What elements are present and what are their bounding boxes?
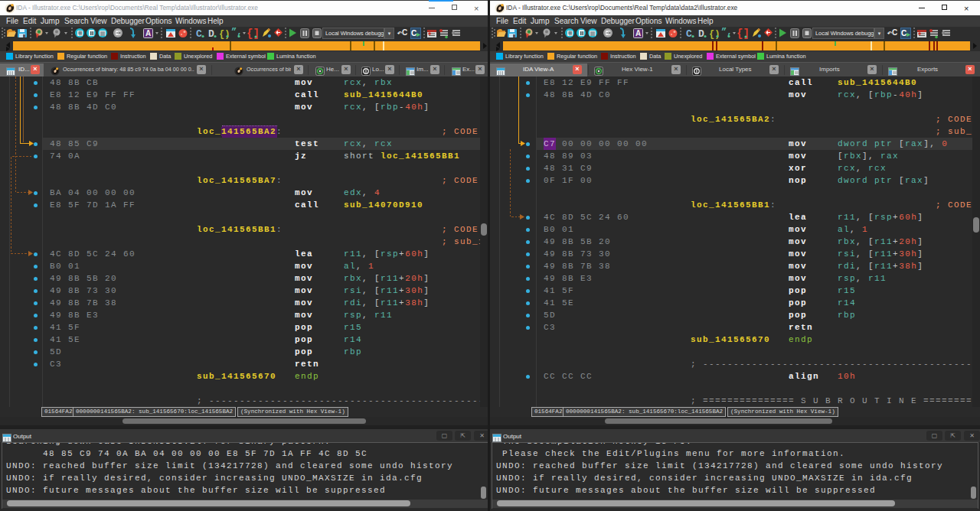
svg-text:{]: {]	[737, 28, 750, 40]
svg-text:C: C	[686, 28, 692, 40]
svg-text:{): {)	[219, 29, 230, 40]
svg-text:D: D	[698, 28, 704, 40]
svg-text:A: A	[145, 29, 151, 37]
svg-text:D: D	[208, 28, 214, 40]
svg-text:”,: ”,	[721, 27, 732, 37]
svg-text:A: A	[635, 29, 641, 37]
svg-text:{]: {]	[247, 28, 260, 40]
svg-text:{): {)	[709, 29, 720, 40]
svg-text:C: C	[196, 28, 202, 40]
svg-text:”,: ”,	[231, 27, 242, 37]
